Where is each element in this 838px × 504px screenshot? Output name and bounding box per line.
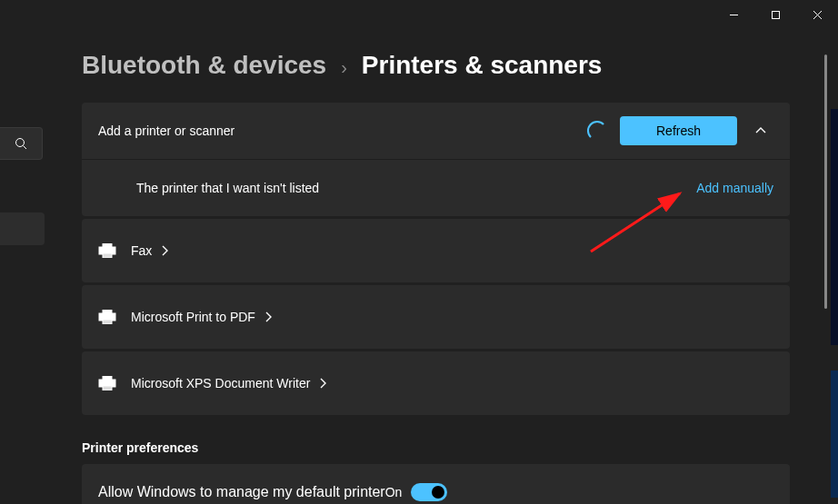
- maximize-button[interactable]: [754, 0, 796, 29]
- chevron-right-icon: [255, 311, 281, 323]
- window-controls: [713, 0, 838, 29]
- svg-line-5: [24, 146, 27, 150]
- search-input[interactable]: [0, 127, 43, 160]
- chevron-right-icon: ›: [341, 57, 347, 78]
- window-edge-artifact: [831, 371, 838, 498]
- breadcrumb-current: Printers & scanners: [362, 51, 603, 80]
- not-listed-label: The printer that I want isn't listed: [136, 181, 319, 195]
- main-content: Add a printer or scanner Refresh The pri…: [82, 103, 790, 504]
- refresh-button[interactable]: Refresh: [620, 116, 737, 145]
- scrollbar[interactable]: [824, 54, 827, 309]
- svg-rect-1: [772, 11, 779, 18]
- add-printer-row: Add a printer or scanner Refresh: [82, 103, 790, 160]
- not-listed-row: The printer that I want isn't listed Add…: [82, 160, 790, 216]
- settings-window: Bluetooth & devices › Printers & scanner…: [0, 0, 838, 504]
- add-manually-link[interactable]: Add manually: [696, 181, 773, 195]
- add-printer-label: Add a printer or scanner: [98, 124, 234, 138]
- breadcrumb-parent[interactable]: Bluetooth & devices: [82, 51, 326, 80]
- default-printer-label: Allow Windows to manage my default print…: [98, 484, 385, 500]
- toggle-state-label: On: [385, 485, 403, 499]
- svg-rect-10: [103, 310, 112, 313]
- loading-spinner-icon: [587, 121, 607, 141]
- svg-point-4: [16, 139, 25, 147]
- default-printer-toggle[interactable]: [411, 483, 447, 501]
- preferences-heading: Printer preferences: [82, 440, 790, 455]
- chevron-up-icon: [754, 124, 767, 137]
- printer-item-xps-writer[interactable]: Microsoft XPS Document Writer: [82, 351, 790, 415]
- printer-icon: [98, 310, 131, 324]
- nav-item-selected[interactable]: [0, 212, 45, 245]
- printer-item-fax[interactable]: Fax: [82, 219, 790, 282]
- breadcrumb: Bluetooth & devices › Printers & scanner…: [82, 51, 602, 80]
- printer-icon: [98, 376, 131, 390]
- add-printer-card: Add a printer or scanner Refresh The pri…: [82, 103, 790, 216]
- printer-name: Fax: [131, 243, 152, 258]
- svg-rect-11: [103, 320, 112, 324]
- printer-name: Microsoft XPS Document Writer: [131, 376, 310, 390]
- printer-icon: [98, 243, 131, 258]
- close-button[interactable]: [796, 0, 838, 29]
- printer-name: Microsoft Print to PDF: [131, 310, 255, 324]
- default-printer-row: Allow Windows to manage my default print…: [82, 464, 790, 504]
- window-edge-artifact: [831, 109, 838, 345]
- collapse-button[interactable]: [748, 124, 773, 137]
- svg-rect-8: [103, 253, 112, 258]
- minimize-button[interactable]: [713, 0, 754, 29]
- svg-rect-14: [103, 386, 112, 390]
- chevron-right-icon: [310, 377, 335, 390]
- search-icon: [15, 137, 27, 150]
- chevron-right-icon: [152, 244, 177, 257]
- printer-item-print-to-pdf[interactable]: Microsoft Print to PDF: [82, 285, 790, 349]
- svg-rect-13: [103, 376, 112, 380]
- svg-rect-7: [103, 243, 112, 247]
